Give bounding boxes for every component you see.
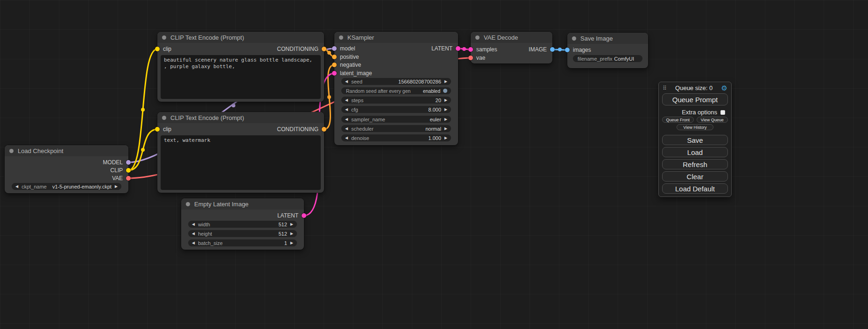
image-output-dot[interactable] <box>550 47 555 52</box>
node-title-bar[interactable]: Empty Latent Image <box>181 198 304 210</box>
right-arrow-icon[interactable]: ▶ <box>115 185 118 189</box>
queue-prompt-button[interactable]: Queue Prompt <box>662 93 728 105</box>
node-clip-text-encode-positive[interactable]: CLIP Text Encode (Prompt) clip CONDITION… <box>157 32 324 102</box>
right-arrow-icon[interactable]: ▶ <box>445 98 447 102</box>
node-vae-decode[interactable]: VAE Decode samples vae IMAGE <box>471 32 552 63</box>
widget-seed[interactable]: ◀ seed 156680208700286 ▶ <box>341 78 451 85</box>
node-save-image[interactable]: Save Image images filename_prefix ComfyU… <box>567 33 648 68</box>
widget-batch-size[interactable]: ◀ batch_size 1 ▶ <box>188 239 297 246</box>
settings-gear-icon[interactable]: ⚙ <box>721 84 727 91</box>
widget-random-seed-toggle[interactable]: Random seed after every gen enabled <box>341 87 451 94</box>
left-arrow-icon[interactable]: ◀ <box>192 223 195 226</box>
node-title-bar[interactable]: VAE Decode <box>471 32 552 43</box>
negative-prompt-textarea[interactable]: text, watermark <box>161 135 321 190</box>
negative-input-dot[interactable] <box>332 63 337 67</box>
input-slot-model: model <box>332 45 355 52</box>
latent-image-input-dot[interactable] <box>332 71 337 76</box>
wire-mid-dot <box>141 148 145 152</box>
left-arrow-icon[interactable]: ◀ <box>345 80 348 84</box>
widget-denoise[interactable]: ◀ denoise 1.000 ▶ <box>341 134 451 141</box>
node-title-bar[interactable]: KSampler <box>334 32 458 43</box>
clip-input-dot[interactable] <box>155 47 160 51</box>
collapse-dot-icon[interactable] <box>339 35 343 40</box>
left-arrow-icon[interactable]: ◀ <box>345 98 348 102</box>
positive-prompt-textarea[interactable]: beautiful scenery nature glass bottle la… <box>161 55 321 99</box>
input-slot-negative: negative <box>332 61 361 69</box>
node-title-bar[interactable]: CLIP Text Encode (Prompt) <box>157 112 324 123</box>
right-arrow-icon[interactable]: ▶ <box>290 232 293 236</box>
right-arrow-icon[interactable]: ▶ <box>445 80 447 84</box>
collapse-dot-icon[interactable] <box>162 35 166 40</box>
left-arrow-icon[interactable]: ◀ <box>345 118 348 121</box>
extra-options-checkbox[interactable] <box>720 110 725 115</box>
queue-front-button[interactable]: Queue Front <box>662 117 694 123</box>
input-slot-latent-image: latent_image <box>332 70 372 77</box>
right-arrow-icon[interactable]: ▶ <box>290 241 293 245</box>
wire-mid-dot <box>141 108 145 112</box>
clip-input-dot[interactable] <box>155 127 160 132</box>
node-title: Load Checkpoint <box>18 147 64 154</box>
view-queue-button[interactable]: View Queue <box>697 117 728 123</box>
view-history-button[interactable]: View History <box>677 124 713 130</box>
widget-filename-prefix[interactable]: filename_prefix ComfyUI <box>573 55 642 62</box>
collapse-dot-icon[interactable] <box>475 35 480 40</box>
right-arrow-icon[interactable]: ▶ <box>445 108 447 112</box>
images-input-dot[interactable] <box>565 48 570 52</box>
drag-handle-icon[interactable]: ⠿ <box>663 85 667 91</box>
samples-input-dot[interactable] <box>468 47 473 52</box>
extra-options-label: Extra options <box>682 109 717 116</box>
widget-steps[interactable]: ◀ steps 20 ▶ <box>341 97 451 104</box>
node-title-bar[interactable]: Load Checkpoint <box>5 145 128 156</box>
queue-menu-panel[interactable]: ⠿ Queue size: 0 ⚙ Queue Prompt Extra opt… <box>658 82 732 197</box>
left-arrow-icon[interactable]: ◀ <box>345 108 348 112</box>
widget-value: 512 <box>278 231 287 237</box>
refresh-button[interactable]: Refresh <box>662 159 728 169</box>
widget-width[interactable]: ◀ width 512 ▶ <box>188 221 297 228</box>
node-graph-canvas[interactable]: Load Checkpoint MODEL CLIP VAE ◀ ckpt_na… <box>0 0 868 329</box>
save-button[interactable]: Save <box>662 135 728 145</box>
vae-output-dot[interactable] <box>126 176 131 181</box>
right-arrow-icon[interactable]: ▶ <box>445 136 447 140</box>
toggle-knob-icon[interactable] <box>443 89 447 93</box>
node-empty-latent-image[interactable]: Empty Latent Image LATENT ◀ width 512 ▶ … <box>181 198 304 250</box>
widget-ckpt-name[interactable]: ◀ ckpt_name v1-5-pruned-emaonly.ckpt ▶ <box>12 183 121 190</box>
input-slot-clip: clip <box>155 45 171 53</box>
clear-button[interactable]: Clear <box>662 171 728 182</box>
node-clip-text-encode-negative[interactable]: CLIP Text Encode (Prompt) clip CONDITION… <box>157 112 324 193</box>
conditioning-output-dot[interactable] <box>322 127 326 132</box>
right-arrow-icon[interactable]: ▶ <box>445 118 447 121</box>
load-button[interactable]: Load <box>662 147 728 157</box>
left-arrow-icon[interactable]: ◀ <box>192 241 195 245</box>
left-arrow-icon[interactable]: ◀ <box>15 185 18 189</box>
slot-label: images <box>573 47 591 53</box>
collapse-dot-icon[interactable] <box>9 149 14 153</box>
widget-value: enabled <box>423 88 440 94</box>
latent-output-dot[interactable] <box>456 46 460 51</box>
load-default-button[interactable]: Load Default <box>662 183 728 194</box>
node-load-checkpoint[interactable]: Load Checkpoint MODEL CLIP VAE ◀ ckpt_na… <box>5 145 128 193</box>
widget-height[interactable]: ◀ height 512 ▶ <box>188 230 297 237</box>
clip-output-dot[interactable] <box>126 168 131 173</box>
left-arrow-icon[interactable]: ◀ <box>345 136 348 140</box>
positive-input-dot[interactable] <box>332 55 337 59</box>
left-arrow-icon[interactable]: ◀ <box>192 232 195 236</box>
widget-scheduler[interactable]: ◀ scheduler normal ▶ <box>341 125 451 132</box>
conditioning-output-dot[interactable] <box>322 47 326 51</box>
model-output-dot[interactable] <box>126 160 131 165</box>
node-title-bar[interactable]: Save Image <box>567 33 648 44</box>
widget-sampler-name[interactable]: ◀ sampler_name euler ▶ <box>341 116 451 123</box>
collapse-dot-icon[interactable] <box>162 116 166 120</box>
node-ksampler[interactable]: KSampler model positive negative latent_… <box>334 32 458 145</box>
vae-input-dot[interactable] <box>468 56 473 60</box>
latent-output-dot[interactable] <box>302 213 306 218</box>
collapse-dot-icon[interactable] <box>186 202 190 206</box>
left-arrow-icon[interactable]: ◀ <box>345 127 348 131</box>
right-arrow-icon[interactable]: ▶ <box>290 223 293 226</box>
widget-name: seed <box>351 79 362 84</box>
widget-cfg[interactable]: ◀ cfg 8.000 ▶ <box>341 106 451 113</box>
model-input-dot[interactable] <box>332 46 337 51</box>
node-title-bar[interactable]: CLIP Text Encode (Prompt) <box>157 32 324 43</box>
widget-name: denoise <box>351 135 369 141</box>
collapse-dot-icon[interactable] <box>572 36 576 41</box>
right-arrow-icon[interactable]: ▶ <box>445 127 447 131</box>
